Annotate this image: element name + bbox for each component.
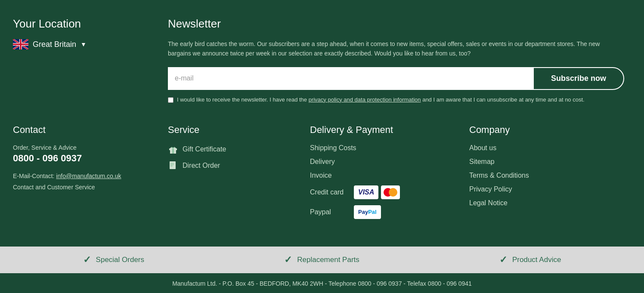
svg-rect-7 [170, 163, 174, 164]
replacement-parts-label: Replacement Parts [297, 256, 359, 264]
uk-flag-icon [13, 39, 28, 49]
gift-certificate-item[interactable]: Gift Certificate [168, 144, 310, 154]
location-section: Your Location Great Britain ▼ [13, 17, 168, 103]
paypal-row: Paypal PayPal [310, 205, 469, 219]
company-section: Company About us Sitemap Terms & Conditi… [469, 124, 631, 225]
replacement-parts-item: ✓ Replacement Parts [284, 254, 359, 265]
check-icon-3: ✓ [499, 254, 507, 265]
check-icon-1: ✓ [83, 254, 91, 265]
service-section: Service Gift Certificate [168, 124, 310, 225]
bottom-bar: ✓ Special Orders ✓ Replacement Parts ✓ P… [0, 247, 644, 273]
paypal-icon-container: PayPal [354, 205, 381, 219]
subscribe-button[interactable]: Subscribe now [533, 67, 624, 90]
delivery-link[interactable]: Delivery [310, 158, 469, 166]
delivery-title: Delivery & Payment [310, 124, 469, 136]
direct-order-label: Direct Order [183, 162, 220, 170]
contact-email-link[interactable]: info@manufactum.co.uk [56, 173, 121, 179]
contact-section: Contact Order, Service & Advice 0800 - 0… [13, 124, 168, 225]
footer-legal-text: Manufactum Ltd. - P.O. Box 45 - BEDFORD,… [172, 280, 472, 287]
newsletter-form: Subscribe now [168, 67, 624, 90]
paypal-label: Paypal [310, 208, 349, 216]
invoice-link[interactable]: Invoice [310, 172, 469, 179]
location-title: Your Location [13, 17, 168, 31]
contact-title: Contact [13, 124, 168, 136]
consent-text: I would like to receive the newsletter. … [177, 96, 585, 103]
service-title: Service [168, 124, 310, 136]
about-us-link[interactable]: About us [469, 144, 631, 152]
consent-checkbox[interactable] [168, 97, 173, 103]
svg-rect-8 [170, 164, 174, 165]
newsletter-consent: I would like to receive the newsletter. … [168, 96, 624, 103]
location-name: Great Britain [33, 40, 76, 49]
sitemap-link[interactable]: Sitemap [469, 158, 631, 166]
company-title: Company [469, 124, 631, 136]
check-icon-2: ✓ [284, 254, 292, 265]
footer-bottom-sections: Contact Order, Service & Advice 0800 - 0… [13, 124, 631, 225]
product-advice-item: ✓ Product Advice [499, 254, 561, 265]
credit-card-row: Credit card VISA [310, 185, 469, 199]
visa-icon: VISA [354, 185, 378, 199]
footer-top: Your Location Great Britain ▼ Newsletter… [13, 17, 631, 103]
newsletter-title: Newsletter [168, 17, 631, 31]
special-orders-item: ✓ Special Orders [83, 254, 144, 265]
paypal-icon: PayPal [354, 205, 381, 219]
legal-notice-link[interactable]: Legal Notice [469, 199, 631, 207]
privacy-policy-footer-link[interactable]: Privacy Policy [469, 185, 631, 193]
contact-phone: 0800 - 096 0937 [13, 153, 168, 164]
credit-card-icons: VISA [354, 185, 400, 199]
svg-rect-9 [170, 166, 173, 167]
footer-legal-bar: Manufactum Ltd. - P.O. Box 45 - BEDFORD,… [0, 273, 644, 293]
credit-card-label: Credit card [310, 188, 349, 196]
customer-service-link[interactable]: Contact and Customer Service [13, 184, 168, 191]
terms-conditions-link[interactable]: Terms & Conditions [469, 172, 631, 179]
main-footer: Your Location Great Britain ▼ Newsletter… [0, 0, 644, 247]
gift-certificate-label: Gift Certificate [183, 145, 226, 153]
newsletter-section: Newsletter The early bird catches the wo… [168, 17, 631, 103]
privacy-policy-link[interactable]: privacy policy and data protection infor… [309, 96, 421, 103]
contact-service-label: Order, Service & Advice [13, 144, 168, 151]
product-advice-label: Product Advice [512, 256, 561, 264]
special-orders-label: Special Orders [96, 256, 144, 264]
contact-email-label: E-Mail-Contact: info@manufactum.co.uk [13, 173, 168, 179]
delivery-section: Delivery & Payment Shipping Costs Delive… [310, 124, 469, 225]
email-input[interactable] [168, 67, 533, 90]
mastercard-icon [381, 185, 400, 199]
direct-order-item[interactable]: Direct Order [168, 160, 310, 171]
document-icon [168, 160, 178, 171]
mc-orange-circle [389, 188, 397, 197]
svg-rect-6 [170, 161, 176, 169]
location-flag-row[interactable]: Great Britain ▼ [13, 39, 168, 49]
gift-icon [168, 144, 178, 154]
chevron-down-icon: ▼ [80, 41, 87, 48]
newsletter-description: The early bird catches the worm. Our sub… [168, 39, 620, 59]
shipping-costs-link[interactable]: Shipping Costs [310, 144, 469, 152]
